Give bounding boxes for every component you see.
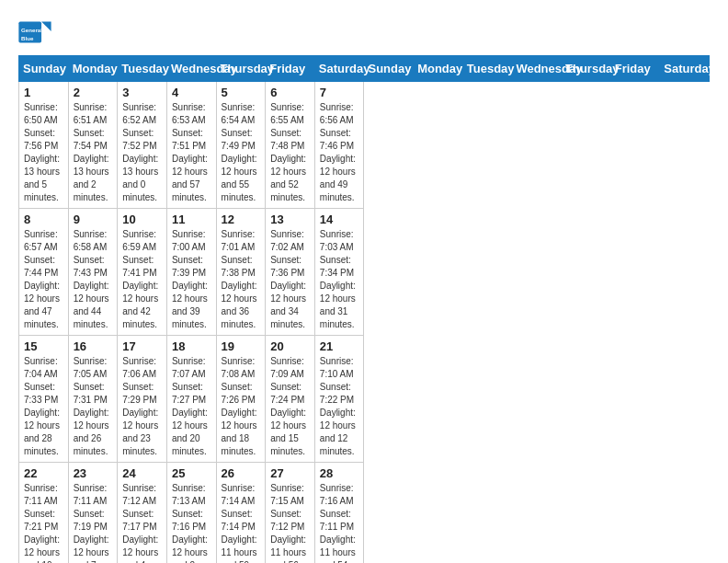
header-wednesday: Wednesday [166, 56, 216, 82]
day-number: 19 [222, 339, 261, 353]
calendar-cell: 22Sunrise: 7:11 AM Sunset: 7:21 PM Dayli… [19, 463, 69, 564]
header-thursday: Thursday [216, 56, 266, 82]
day-number: 6 [270, 86, 310, 99]
calendar-cell: 27Sunrise: 7:15 AM Sunset: 7:12 PM Dayli… [266, 463, 315, 564]
day-number: 4 [172, 86, 211, 99]
day-number: 27 [270, 466, 310, 480]
calendar-week-2: 8Sunrise: 6:57 AM Sunset: 7:44 PM Daylig… [19, 209, 710, 336]
cell-info: Sunrise: 6:52 AM Sunset: 7:52 PM Dayligh… [122, 101, 162, 204]
day-number: 21 [320, 339, 359, 353]
cell-info: Sunrise: 7:02 AM Sunset: 7:36 PM Dayligh… [270, 228, 310, 331]
cell-info: Sunrise: 6:54 AM Sunset: 7:49 PM Dayligh… [222, 101, 261, 204]
calendar-cell: 28Sunrise: 7:16 AM Sunset: 7:11 PM Dayli… [314, 463, 364, 564]
day-number: 14 [320, 213, 359, 226]
calendar-cell: 9Sunrise: 6:58 AM Sunset: 7:43 PM Daylig… [68, 209, 118, 336]
calendar-cell: 17Sunrise: 7:06 AM Sunset: 7:29 PM Dayli… [118, 336, 167, 463]
calendar-cell: 10Sunrise: 6:59 AM Sunset: 7:41 PM Dayli… [118, 209, 167, 336]
calendar-week-4: 22Sunrise: 7:11 AM Sunset: 7:21 PM Dayli… [19, 463, 710, 564]
cell-info: Sunrise: 6:56 AM Sunset: 7:46 PM Dayligh… [320, 101, 359, 204]
calendar-cell: 5Sunrise: 6:54 AM Sunset: 7:49 PM Daylig… [216, 82, 266, 209]
calendar-cell: 13Sunrise: 7:02 AM Sunset: 7:36 PM Dayli… [266, 209, 315, 336]
header-wednesday: Wednesday [512, 56, 562, 82]
day-number: 9 [74, 213, 113, 226]
day-number: 7 [320, 86, 359, 99]
cell-info: Sunrise: 6:53 AM Sunset: 7:51 PM Dayligh… [172, 101, 211, 204]
day-number: 17 [122, 339, 162, 353]
day-number: 2 [74, 86, 113, 99]
calendar-cell: 1Sunrise: 6:50 AM Sunset: 7:56 PM Daylig… [19, 82, 69, 209]
header-monday: Monday [68, 56, 118, 82]
cell-info: Sunrise: 6:57 AM Sunset: 7:44 PM Dayligh… [24, 228, 63, 331]
calendar-cell: 4Sunrise: 6:53 AM Sunset: 7:51 PM Daylig… [166, 82, 216, 209]
header-friday: Friday [610, 56, 660, 82]
cell-info: Sunrise: 7:11 AM Sunset: 7:19 PM Dayligh… [74, 482, 113, 563]
calendar-cell: 11Sunrise: 7:00 AM Sunset: 7:39 PM Dayli… [166, 209, 216, 336]
calendar-table: SundayMondayTuesdayWednesdayThursdayFrid… [18, 55, 710, 563]
cell-info: Sunrise: 7:09 AM Sunset: 7:24 PM Dayligh… [270, 355, 310, 458]
header-monday: Monday [414, 56, 463, 82]
header-friday: Friday [266, 56, 315, 82]
cell-info: Sunrise: 7:14 AM Sunset: 7:14 PM Dayligh… [222, 482, 261, 563]
header-tuesday: Tuesday [462, 56, 512, 82]
day-number: 5 [222, 86, 261, 99]
cell-info: Sunrise: 7:10 AM Sunset: 7:22 PM Dayligh… [320, 355, 359, 458]
day-number: 20 [270, 339, 310, 353]
calendar-week-3: 15Sunrise: 7:04 AM Sunset: 7:33 PM Dayli… [19, 336, 710, 463]
day-number: 28 [320, 466, 359, 480]
day-number: 22 [24, 466, 63, 480]
cell-info: Sunrise: 6:55 AM Sunset: 7:48 PM Dayligh… [270, 101, 310, 204]
cell-info: Sunrise: 7:03 AM Sunset: 7:34 PM Dayligh… [320, 228, 359, 331]
cell-info: Sunrise: 6:59 AM Sunset: 7:41 PM Dayligh… [122, 228, 162, 331]
calendar-cell: 3Sunrise: 6:52 AM Sunset: 7:52 PM Daylig… [118, 82, 167, 209]
cell-info: Sunrise: 6:50 AM Sunset: 7:56 PM Dayligh… [24, 101, 63, 204]
cell-info: Sunrise: 6:58 AM Sunset: 7:43 PM Dayligh… [74, 228, 113, 331]
calendar-cell: 23Sunrise: 7:11 AM Sunset: 7:19 PM Dayli… [68, 463, 118, 564]
calendar-header-row: SundayMondayTuesdayWednesdayThursdayFrid… [19, 56, 710, 82]
cell-info: Sunrise: 7:15 AM Sunset: 7:12 PM Dayligh… [270, 482, 310, 563]
cell-info: Sunrise: 7:00 AM Sunset: 7:39 PM Dayligh… [172, 228, 211, 331]
day-number: 10 [122, 213, 162, 226]
header-saturday: Saturday [314, 56, 364, 82]
header-tuesday: Tuesday [118, 56, 167, 82]
cell-info: Sunrise: 7:05 AM Sunset: 7:31 PM Dayligh… [74, 355, 113, 458]
day-number: 24 [122, 466, 162, 480]
svg-marker-1 [41, 22, 51, 32]
day-number: 13 [270, 213, 310, 226]
header-sunday: Sunday [364, 56, 414, 82]
cell-info: Sunrise: 7:01 AM Sunset: 7:38 PM Dayligh… [222, 228, 261, 331]
header-sunday: Sunday [19, 56, 69, 82]
cell-info: Sunrise: 7:11 AM Sunset: 7:21 PM Dayligh… [24, 482, 63, 563]
calendar-cell: 24Sunrise: 7:12 AM Sunset: 7:17 PM Dayli… [118, 463, 167, 564]
day-number: 8 [24, 213, 63, 226]
logo: General Blue [18, 18, 51, 46]
cell-info: Sunrise: 7:06 AM Sunset: 7:29 PM Dayligh… [122, 355, 162, 458]
cell-info: Sunrise: 7:13 AM Sunset: 7:16 PM Dayligh… [172, 482, 211, 563]
calendar-cell: 19Sunrise: 7:08 AM Sunset: 7:26 PM Dayli… [216, 336, 266, 463]
day-number: 12 [222, 213, 261, 226]
svg-text:General: General [21, 27, 42, 33]
cell-info: Sunrise: 7:12 AM Sunset: 7:17 PM Dayligh… [122, 482, 162, 563]
cell-info: Sunrise: 7:07 AM Sunset: 7:27 PM Dayligh… [172, 355, 211, 458]
calendar-cell: 12Sunrise: 7:01 AM Sunset: 7:38 PM Dayli… [216, 209, 266, 336]
day-number: 1 [24, 86, 63, 99]
cell-info: Sunrise: 7:04 AM Sunset: 7:33 PM Dayligh… [24, 355, 63, 458]
cell-info: Sunrise: 6:51 AM Sunset: 7:54 PM Dayligh… [74, 101, 113, 204]
calendar-cell: 20Sunrise: 7:09 AM Sunset: 7:24 PM Dayli… [266, 336, 315, 463]
day-number: 16 [74, 339, 113, 353]
calendar-cell: 25Sunrise: 7:13 AM Sunset: 7:16 PM Dayli… [166, 463, 216, 564]
day-number: 23 [74, 466, 113, 480]
calendar-cell: 6Sunrise: 6:55 AM Sunset: 7:48 PM Daylig… [266, 82, 315, 209]
header-thursday: Thursday [562, 56, 611, 82]
day-number: 15 [24, 339, 63, 353]
calendar-cell: 21Sunrise: 7:10 AM Sunset: 7:22 PM Dayli… [314, 336, 364, 463]
calendar-cell: 18Sunrise: 7:07 AM Sunset: 7:27 PM Dayli… [166, 336, 216, 463]
day-number: 11 [172, 213, 211, 226]
calendar-week-1: 1Sunrise: 6:50 AM Sunset: 7:56 PM Daylig… [19, 82, 710, 209]
page-header: General Blue [18, 18, 710, 46]
calendar-cell: 26Sunrise: 7:14 AM Sunset: 7:14 PM Dayli… [216, 463, 266, 564]
day-number: 18 [172, 339, 211, 353]
day-number: 3 [122, 86, 162, 99]
cell-info: Sunrise: 7:16 AM Sunset: 7:11 PM Dayligh… [320, 482, 359, 563]
day-number: 25 [172, 466, 211, 480]
svg-text:Blue: Blue [21, 35, 34, 41]
